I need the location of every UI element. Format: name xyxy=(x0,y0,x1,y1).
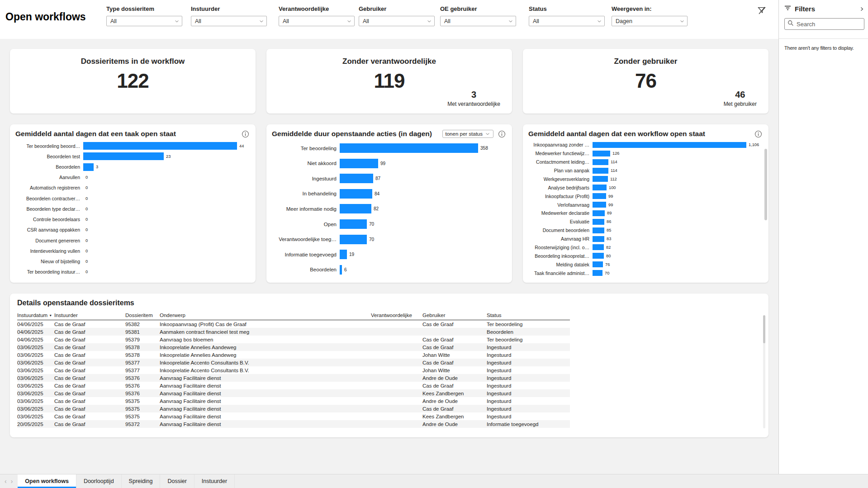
bar-category-label: Beoordelen type declar… xyxy=(15,206,83,212)
bar[interactable] xyxy=(593,176,608,182)
bar[interactable] xyxy=(593,142,746,148)
bar-value-label: 84 xyxy=(375,191,379,196)
table-cell: Cas de Graaf xyxy=(54,345,125,350)
bar-category-label: Melding datalek xyxy=(528,262,593,267)
prev-page-icon[interactable]: ‹ xyxy=(5,478,7,485)
bar[interactable] xyxy=(340,250,347,259)
bar[interactable] xyxy=(340,143,478,153)
tab-open-workflows[interactable]: Open workflows xyxy=(18,474,76,488)
table-row[interactable]: 03/06/2025Cas de Graaf95376Aanvraag Faci… xyxy=(17,389,570,397)
filters-search-input[interactable] xyxy=(797,21,861,28)
filter-dropdown-weergeven-in[interactable]: Dagen xyxy=(612,16,688,26)
filter-dropdown-oe-gebruiker[interactable]: All xyxy=(440,16,516,26)
table-row[interactable]: 04/06/2025Cas de Graaf95382Inkoopaanvraa… xyxy=(17,320,570,328)
table-cell: Johan Witte xyxy=(422,368,487,373)
bar-value-label: 76 xyxy=(605,262,610,267)
chevron-down-icon xyxy=(597,19,602,24)
chart-title: Gemiddeld aantal dagen dat een taak open… xyxy=(15,130,237,138)
column-header-status[interactable]: Status xyxy=(487,313,570,318)
info-icon[interactable] xyxy=(754,130,762,138)
tab-dossier[interactable]: Dossier xyxy=(160,474,194,488)
column-header-instuurdatum[interactable]: Instuurdatum▼ xyxy=(17,313,54,318)
table-row[interactable]: 04/06/2025Cas de Graaf95379Aanvraag bos … xyxy=(17,336,570,343)
column-header-onderwerp[interactable]: Onderwerp xyxy=(160,313,371,318)
tab-spreiding[interactable]: Spreiding xyxy=(122,474,161,488)
filter-dropdown-instuurder[interactable]: All xyxy=(191,16,267,26)
bar[interactable] xyxy=(593,151,610,156)
bar[interactable] xyxy=(83,163,94,171)
table-row[interactable]: 03/06/2025Cas de Graaf95377Inkooprelatie… xyxy=(17,359,570,366)
table-row[interactable]: 03/06/2025Cas de Graaf95376Aanvraag Faci… xyxy=(17,374,570,382)
table-cell: Cas de Graaf xyxy=(422,337,487,342)
bar[interactable] xyxy=(593,244,604,250)
bar-row: Inkoopfactuur (Profit)99 xyxy=(528,193,762,199)
clear-filters-icon[interactable] xyxy=(757,5,767,15)
filter-dropdown-gebruiker[interactable]: All xyxy=(359,16,435,26)
bar[interactable] xyxy=(340,174,373,183)
table-row[interactable]: 20/05/2025Cas de Graaf95372Aanvraag Faci… xyxy=(17,420,570,428)
column-header-dossieritem[interactable]: Dossieritem xyxy=(125,313,160,318)
bar[interactable] xyxy=(593,261,603,267)
bar-category-label: Open xyxy=(272,222,340,227)
bar[interactable] xyxy=(340,265,342,275)
filter-dropdown-verantwoordelijke[interactable]: All xyxy=(279,16,355,26)
bar[interactable] xyxy=(340,159,378,168)
table-cell: 03/06/2025 xyxy=(17,352,54,358)
table-cell: Andre de Oude xyxy=(422,375,487,381)
info-icon[interactable] xyxy=(498,130,506,138)
bar-row: Meer informatie nodig82 xyxy=(272,204,506,213)
bar[interactable] xyxy=(593,210,605,216)
filters-search-box[interactable] xyxy=(784,18,864,30)
bar-track: 1,106 xyxy=(593,142,762,148)
bar[interactable] xyxy=(83,142,237,150)
chart-status-selector[interactable]: tonen per status xyxy=(442,130,493,138)
table-row[interactable]: 03/06/2025Cas de Graaf95378Inkooprelatie… xyxy=(17,343,570,351)
bar[interactable] xyxy=(340,189,372,199)
bar[interactable] xyxy=(593,253,604,259)
bar[interactable] xyxy=(593,236,604,242)
kpi-title: Zonder gebruiker xyxy=(523,57,768,66)
table-row[interactable]: 03/06/2025Cas de Graaf95375Aanvraag Faci… xyxy=(17,412,570,420)
chart-scrollbar[interactable] xyxy=(764,141,767,277)
bar[interactable] xyxy=(593,219,604,225)
table-cell: Ingestuurd xyxy=(487,406,570,412)
scrollbar-thumb[interactable] xyxy=(764,149,767,220)
table-scrollbar[interactable] xyxy=(763,315,765,428)
table-row[interactable]: 03/06/2025Cas de Graaf95375Aanvraag Faci… xyxy=(17,397,570,405)
table-row[interactable]: 03/06/2025Cas de Graaf95377Inkooprelatie… xyxy=(17,366,570,374)
table-row[interactable]: 03/06/2025Cas de Graaf95375Aanvraag Faci… xyxy=(17,405,570,412)
tab-bar: ‹ › Open workflowsDoorlooptijdSpreidingD… xyxy=(0,474,868,488)
bar-row: Verlofaanvraag99 xyxy=(528,202,762,208)
table-cell: Ingestuurd xyxy=(487,375,570,381)
filter-dropdown-status[interactable]: All xyxy=(529,16,605,26)
bar[interactable] xyxy=(340,204,371,213)
bar[interactable] xyxy=(83,152,164,160)
column-header-verantwoordelijke[interactable]: Verantwoordelijke xyxy=(371,313,422,318)
bar-category-label: Niet akkoord xyxy=(272,161,340,166)
bar[interactable] xyxy=(593,202,606,208)
bar[interactable] xyxy=(593,193,606,199)
info-icon[interactable] xyxy=(242,130,249,138)
bar[interactable] xyxy=(593,185,607,190)
bar[interactable] xyxy=(340,235,367,244)
next-page-icon[interactable]: › xyxy=(11,478,13,485)
column-header-instuurder[interactable]: Instuurder xyxy=(54,313,125,318)
table-row[interactable]: 04/06/2025Cas de Graaf95381Aanmaken cont… xyxy=(17,328,570,336)
bar[interactable] xyxy=(593,227,604,233)
bar-row: Plan van aanpak114 xyxy=(528,168,762,174)
bar[interactable] xyxy=(593,159,608,165)
collapse-pane-icon[interactable] xyxy=(859,6,864,12)
column-header-gebruiker[interactable]: Gebruiker xyxy=(422,313,487,318)
tab-doorlooptijd[interactable]: Doorlooptijd xyxy=(76,474,122,488)
bar-category-label: Beoordelen test xyxy=(15,154,83,159)
tab-instuurder[interactable]: Instuurder xyxy=(194,474,235,488)
table-row[interactable]: 03/06/2025Cas de Graaf95378Inkooprelatie… xyxy=(17,351,570,359)
table-row[interactable]: 03/06/2025Cas de Graaf95376Aanvraag Faci… xyxy=(17,382,570,389)
filter-group-instuurder: InstuurderAll xyxy=(191,5,267,26)
scrollbar-thumb[interactable] xyxy=(763,315,765,343)
bar-value-label: 80 xyxy=(606,254,611,258)
bar[interactable] xyxy=(340,219,367,229)
filter-dropdown-type-dossieritem[interactable]: All xyxy=(106,16,182,26)
bar[interactable] xyxy=(593,270,602,276)
bar[interactable] xyxy=(593,168,608,174)
